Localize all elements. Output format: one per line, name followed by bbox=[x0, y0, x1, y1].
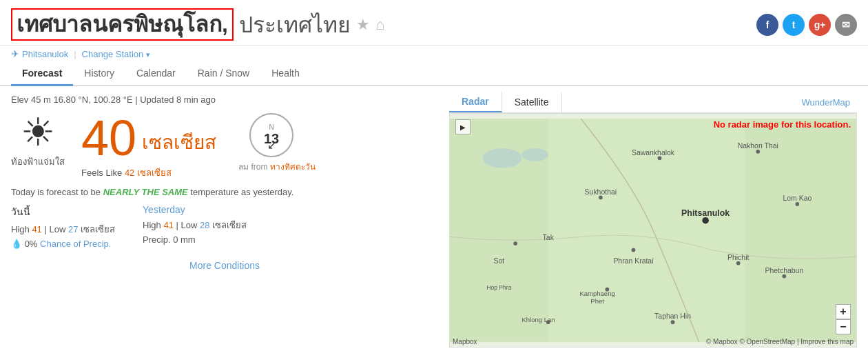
svg-text:Sukhothai: Sukhothai bbox=[585, 188, 617, 196]
svg-point-9 bbox=[796, 202, 800, 206]
googleplus-button[interactable]: g+ bbox=[809, 14, 831, 36]
yesterday-precip: Precip. 0 mm bbox=[143, 234, 247, 245]
map-zoom-plus-button[interactable]: + bbox=[836, 304, 851, 319]
today-high-val: 41 bbox=[32, 224, 41, 234]
raindrop-icon: 💧 bbox=[11, 239, 22, 249]
svg-text:Khlong Lan: Khlong Lan bbox=[521, 316, 555, 323]
wind-arrow-icon: ↙ bbox=[267, 139, 276, 152]
today-high-label: High bbox=[11, 224, 30, 234]
today-precip: 💧 0% Chance of Precip. bbox=[11, 239, 115, 249]
tab-rain-snow[interactable]: Rain / Snow bbox=[187, 62, 260, 86]
change-station-link[interactable]: Change Station ▾ bbox=[82, 49, 150, 59]
weather-icon-col: ☀ ท้องฟ้าแจ่มใส bbox=[11, 113, 65, 169]
forecast-highlight: NEARLY THE SAME bbox=[103, 187, 188, 197]
map-container: Sawankhalok Nakhon Thai Sukhothai Tak Ph… bbox=[449, 113, 857, 348]
today-label: วันนี้ bbox=[11, 204, 115, 219]
yesterday-col: Yesterday High 41 | Low 28 เซลเซียส Prec… bbox=[143, 204, 247, 249]
sub-header: ✈ Phitsanulok | Change Station ▾ bbox=[0, 46, 868, 62]
svg-text:Hop Phra: Hop Phra bbox=[486, 284, 511, 291]
map-tab-satellite[interactable]: Satellite bbox=[502, 92, 562, 112]
map-attribution: © Mapbox © OpenStreetMap | Improve this … bbox=[706, 338, 854, 345]
feels-like-unit: เซลเซียส bbox=[137, 168, 172, 178]
svg-text:Phichit: Phichit bbox=[727, 254, 749, 261]
main-content: Elev 45 m 16.80 °N, 100.28 °E | Updated … bbox=[0, 86, 868, 351]
svg-text:Phet: Phet bbox=[590, 297, 604, 305]
svg-point-7 bbox=[599, 196, 603, 200]
no-radar-message: No radar image for this location. bbox=[714, 119, 851, 130]
left-panel: Elev 45 m 16.80 °N, 100.28 °E | Updated … bbox=[11, 92, 438, 348]
forecast-suffix: temperature as yesterday. bbox=[190, 187, 293, 197]
svg-text:Lom Kao: Lom Kao bbox=[783, 194, 812, 202]
map-tab-radar[interactable]: Radar bbox=[449, 92, 502, 112]
map-svg: Sawankhalok Nakhon Thai Sukhothai Tak Ph… bbox=[450, 114, 856, 347]
tab-forecast[interactable]: Forecast bbox=[11, 62, 73, 86]
map-tab-bar: Radar Satellite WunderMap bbox=[449, 92, 857, 113]
home-icon[interactable]: ⌂ bbox=[375, 16, 384, 34]
star-icon[interactable]: ★ bbox=[356, 16, 370, 34]
sky-condition: ท้องฟ้าแจ่มใส bbox=[11, 154, 65, 169]
svg-text:Kamphaeng: Kamphaeng bbox=[579, 290, 614, 297]
country-name: ประเทศไทย bbox=[239, 7, 351, 42]
navigation-tabs: Forecast History Calendar Rain / Snow He… bbox=[0, 62, 868, 86]
svg-point-11 bbox=[632, 248, 636, 252]
today-hi-low: High 41 | Low 27 เซลเซียส bbox=[11, 222, 115, 237]
email-button[interactable]: ✉ bbox=[835, 14, 857, 36]
forecast-prefix: Today is forecast to be bbox=[11, 187, 101, 197]
map-play-button[interactable]: ▶ bbox=[455, 119, 471, 134]
svg-text:Sot: Sot bbox=[494, 257, 505, 265]
temp-col: 40 เซลเซียส Feels Like 42 เซลเซียส bbox=[81, 113, 216, 180]
svg-point-12 bbox=[736, 261, 741, 265]
yesterday-precip-val: 0 mm bbox=[173, 234, 196, 245]
feels-like-row: Feels Like 42 เซลเซียส bbox=[81, 166, 216, 180]
mapbox-logo: Mapbox bbox=[453, 338, 477, 345]
yesterday-precip-label: Precip. bbox=[143, 234, 170, 245]
celsius-unit: เซลเซียส bbox=[142, 127, 216, 157]
social-icons: f t g+ ✉ bbox=[756, 14, 857, 36]
more-conditions-link[interactable]: More Conditions bbox=[189, 260, 260, 271]
wind-text: ลม from ทางทิศตะวัน bbox=[238, 160, 316, 173]
svg-text:Tak: Tak bbox=[543, 234, 555, 241]
today-low-unit: เซลเซียส bbox=[81, 224, 115, 234]
chevron-down-icon: ▾ bbox=[146, 50, 150, 59]
tab-health[interactable]: Health bbox=[260, 62, 310, 86]
svg-text:Sawankhalok: Sawankhalok bbox=[632, 149, 675, 157]
svg-point-6 bbox=[756, 150, 760, 154]
twitter-button[interactable]: t bbox=[783, 14, 805, 36]
yesterday-low-val: 28 bbox=[200, 220, 209, 230]
yesterday-separator: | bbox=[176, 220, 181, 230]
wind-col: N 13 ↙ ลม from ทางทิศตะวัน bbox=[238, 113, 316, 173]
svg-text:Taphan Hin: Taphan Hin bbox=[654, 312, 691, 320]
header-left: เทศบาลนครพิษณุโลก, ประเทศไทย ★ ⌂ bbox=[11, 7, 384, 42]
map-tabs: Radar Satellite bbox=[449, 92, 562, 112]
yesterday-low-label: Low bbox=[181, 220, 198, 230]
yesterday-high-val: 41 bbox=[163, 220, 173, 230]
tab-calendar[interactable]: Calendar bbox=[125, 62, 187, 86]
today-low-val: 27 bbox=[68, 224, 78, 234]
yesterday-hi-low: High 41 | Low 28 เซลเซียส bbox=[143, 218, 247, 232]
svg-text:Nakhon Thai: Nakhon Thai bbox=[738, 142, 778, 150]
city-name-boxed: เทศบาลนครพิษณุโลก, bbox=[11, 8, 234, 40]
more-conditions: More Conditions bbox=[11, 260, 438, 271]
svg-text:Phran Kratai: Phran Kratai bbox=[613, 257, 653, 265]
tab-history[interactable]: History bbox=[73, 62, 125, 86]
svg-text:Phetchabun: Phetchabun bbox=[765, 267, 803, 274]
today-low-label: Low bbox=[49, 224, 65, 234]
facebook-button[interactable]: f bbox=[756, 14, 778, 36]
svg-text:Phitsanulok: Phitsanulok bbox=[681, 208, 730, 218]
wundermap-link[interactable]: WunderMap bbox=[794, 93, 857, 112]
svg-point-5 bbox=[658, 156, 662, 160]
svg-point-14 bbox=[782, 274, 786, 279]
weather-main-row: ☀ ท้องฟ้าแจ่มใส 40 เซลเซียส Feels Like 4… bbox=[11, 113, 438, 180]
page-header: เทศบาลนครพิษณุโลก, ประเทศไทย ★ ⌂ f t g+ … bbox=[0, 0, 868, 46]
elevation-row: Elev 45 m 16.80 °N, 100.28 °E | Updated … bbox=[11, 92, 438, 105]
svg-point-8 bbox=[702, 217, 709, 224]
today-precip-pct: 0% bbox=[25, 239, 38, 249]
feels-like-value: 42 bbox=[125, 168, 134, 178]
phitsanulok-link[interactable]: Phitsanulok bbox=[22, 49, 68, 59]
plane-icon: ✈ bbox=[11, 48, 19, 59]
map-zoom-minus-button[interactable]: − bbox=[836, 319, 851, 334]
svg-point-16 bbox=[671, 320, 675, 324]
forecast-text: Today is forecast to be NEARLY THE SAME … bbox=[11, 187, 438, 197]
separator: | bbox=[74, 49, 76, 59]
wind-circle: N 13 ↙ bbox=[249, 113, 293, 157]
